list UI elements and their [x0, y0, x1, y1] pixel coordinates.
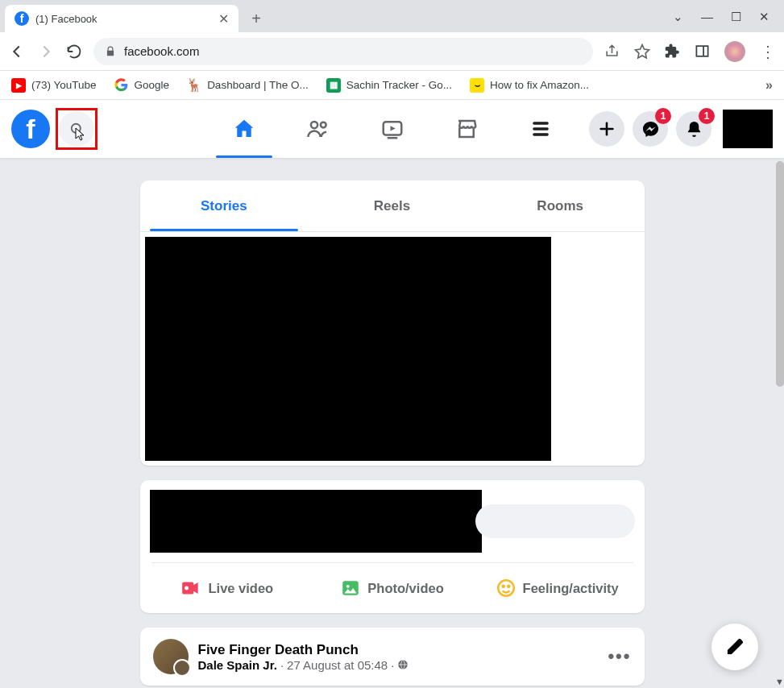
svg-point-15 [346, 585, 350, 588]
svg-line-3 [79, 131, 82, 135]
extensions-icon[interactable] [665, 44, 680, 59]
dashboard-icon: 🦌 [187, 78, 201, 93]
stories-card: Stories Reels Rooms [140, 180, 645, 466]
composer-photo-video[interactable]: Photo/video [309, 571, 475, 605]
composer-card: Live video Photo/video Feeling/activity [140, 480, 645, 613]
svg-point-2 [71, 123, 80, 132]
nav-forward-button[interactable] [37, 43, 55, 60]
composer-feeling[interactable]: Feeling/activity [475, 571, 640, 605]
feed-post: Five Finger Death Punch Dale Spain Jr. ·… [140, 628, 645, 686]
browser-toolbar: facebook.com ⋮ [0, 32, 784, 71]
menu-icon [529, 118, 552, 140]
bookmark-youtube[interactable]: ▶ (73) YouTube [11, 78, 97, 93]
window-close-button[interactable]: ✕ [759, 10, 769, 24]
youtube-icon: ▶ [11, 78, 26, 93]
url-text: facebook.com [124, 44, 199, 58]
browser-menu-button[interactable]: ⋮ [760, 42, 776, 61]
nav-watch[interactable] [356, 100, 429, 158]
svg-point-18 [508, 586, 509, 587]
feed-content: Stories Reels Rooms Live video Photo/vid… [0, 158, 784, 686]
post-avatar[interactable] [153, 639, 189, 674]
post-author[interactable]: Dale Spain Jr. [198, 658, 277, 672]
tab-reels[interactable]: Reels [308, 180, 476, 231]
post-author-avatar [173, 659, 191, 677]
facebook-header: f 1 1 [0, 100, 784, 158]
bookmark-sheets[interactable]: ▦ Sachin Tracker - Go... [326, 78, 452, 93]
post-more-button[interactable]: ••• [608, 646, 631, 667]
tab-title: (1) Facebook [35, 13, 212, 25]
post-page-name[interactable]: Five Finger Death Punch [198, 642, 409, 658]
bookmark-dashboard[interactable]: 🦌 Dashboard | The O... [187, 78, 309, 93]
address-bar[interactable]: facebook.com [93, 38, 593, 65]
facebook-logo[interactable]: f [11, 110, 50, 148]
marketplace-icon [454, 117, 479, 141]
stories-tray[interactable] [145, 237, 551, 461]
bookmarks-overflow[interactable]: » [765, 78, 773, 93]
svg-point-13 [185, 586, 189, 591]
window-minimize-button[interactable]: — [701, 10, 713, 24]
facebook-search-button[interactable] [59, 111, 94, 147]
messenger-icon [641, 120, 660, 139]
composer-live-video[interactable]: Live video [145, 571, 310, 605]
side-panel-icon[interactable] [695, 44, 710, 59]
nav-menu[interactable] [504, 100, 577, 158]
svg-rect-0 [696, 46, 707, 56]
notifications-badge: 1 [699, 108, 715, 124]
tab-close-button[interactable]: ✕ [218, 11, 229, 27]
compose-fab[interactable] [711, 624, 758, 670]
svg-point-16 [498, 580, 514, 596]
messenger-badge: 1 [655, 108, 671, 124]
post-timestamp[interactable]: 27 August at 05:48 [287, 658, 388, 672]
video-camera-icon [180, 578, 201, 599]
search-icon [69, 122, 85, 137]
nav-marketplace[interactable] [430, 100, 503, 158]
scrollbar-thumb[interactable] [776, 161, 784, 387]
svg-point-5 [320, 122, 326, 128]
nav-friends[interactable] [282, 100, 355, 158]
plus-icon [598, 120, 616, 138]
share-icon[interactable] [604, 44, 620, 59]
tab-stories[interactable]: Stories [140, 180, 309, 231]
browser-tab[interactable]: f (1) Facebook ✕ [5, 5, 239, 32]
smiley-icon [496, 578, 516, 599]
watch-icon [380, 117, 404, 141]
chevron-down-icon[interactable]: ⌄ [673, 10, 683, 24]
profile-thumbnail[interactable] [723, 110, 773, 148]
composer-input[interactable] [475, 504, 635, 538]
facebook-main-nav [208, 100, 577, 158]
nav-back-button[interactable] [8, 43, 26, 60]
smile-icon: ⌣ [470, 78, 484, 93]
search-highlight-box [56, 108, 97, 150]
home-icon [232, 117, 256, 141]
google-icon [114, 78, 129, 93]
bookmark-google[interactable]: Google [114, 78, 170, 93]
bookmarks-bar: ▶ (73) YouTube Google 🦌 Dashboard | The … [0, 71, 784, 100]
facebook-favicon: f [15, 11, 29, 26]
svg-point-4 [310, 122, 317, 128]
window-maximize-button[interactable]: ☐ [731, 10, 741, 24]
scroll-down-arrow[interactable]: ▼ [775, 677, 784, 686]
messenger-button[interactable]: 1 [633, 111, 668, 147]
globe-icon [397, 659, 409, 670]
nav-home[interactable] [208, 100, 280, 158]
photo-icon [340, 578, 361, 599]
bell-icon [685, 120, 703, 139]
edit-icon [725, 637, 745, 657]
nav-reload-button[interactable] [66, 44, 82, 60]
bookmark-amazon[interactable]: ⌣ How to fix Amazon... [470, 78, 589, 93]
lock-icon [105, 46, 116, 57]
notifications-button[interactable]: 1 [676, 111, 711, 147]
bookmark-star-icon[interactable] [634, 44, 650, 60]
friends-icon [306, 117, 330, 141]
composer-profile-area[interactable] [150, 490, 482, 553]
create-button[interactable] [589, 111, 624, 147]
tab-rooms[interactable]: Rooms [476, 180, 645, 231]
browser-titlebar: f (1) Facebook ✕ + ⌄ — ☐ ✕ [0, 0, 784, 32]
browser-profile-avatar[interactable] [724, 41, 745, 62]
new-tab-button[interactable]: + [245, 7, 268, 30]
svg-point-17 [502, 586, 504, 587]
sheets-icon: ▦ [326, 78, 341, 93]
